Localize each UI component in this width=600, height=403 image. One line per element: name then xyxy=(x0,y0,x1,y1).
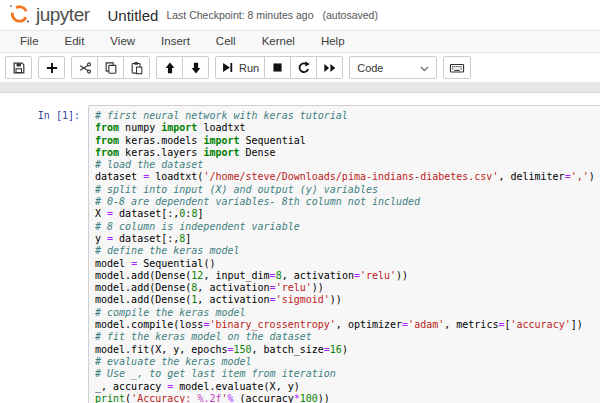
code-line: # define the keras model xyxy=(95,245,595,257)
checkpoint-status: Last Checkpoint: 8 minutes ago xyxy=(166,9,313,21)
code-line: # 0-8 are dependent variables- 8th colum… xyxy=(95,196,595,208)
code-line: model.add(Dense(8, activation='relu')) xyxy=(95,282,595,294)
code-line: from numpy import loadtxt xyxy=(95,122,595,134)
code-line: # load the dataset xyxy=(95,159,595,171)
stop-icon xyxy=(271,61,284,74)
move-up-icon xyxy=(163,61,177,75)
code-line: _, accuracy = model.evaluate(X, y) xyxy=(95,381,595,393)
code-line: y = dataset[:,8] xyxy=(95,233,595,245)
fast-forward-icon xyxy=(323,61,337,75)
code-line: # fit the keras model on the dataset xyxy=(95,331,595,343)
menu-help[interactable]: Help xyxy=(308,31,358,52)
menu-edit[interactable]: Edit xyxy=(52,31,98,52)
code-line: dataset = loadtxt('/home/steve/Downloads… xyxy=(95,171,595,183)
code-line: # first neural network with keras tutori… xyxy=(95,110,595,122)
jupyter-logo-icon xyxy=(8,2,31,29)
cut-icon xyxy=(78,61,92,75)
menu-bar: File Edit View Insert Cell Kernel Help xyxy=(0,30,600,53)
copy-cell-button[interactable] xyxy=(97,56,124,79)
save-icon xyxy=(12,61,26,75)
run-cell-button[interactable]: Run xyxy=(215,56,265,79)
code-line: model = Sequential() xyxy=(95,258,595,270)
move-cell-up-button[interactable] xyxy=(156,56,183,79)
menu-cell[interactable]: Cell xyxy=(203,31,249,52)
menu-kernel[interactable]: Kernel xyxy=(249,31,308,52)
jupyter-logo-text: jupyter xyxy=(36,4,90,26)
code-line: # compile the keras model xyxy=(95,307,595,319)
cut-cell-button[interactable] xyxy=(71,56,98,79)
paste-icon xyxy=(130,61,144,75)
insert-cell-below-button[interactable] xyxy=(38,56,65,79)
move-cell-down-button[interactable] xyxy=(182,56,209,79)
restart-kernel-icon xyxy=(297,61,311,75)
notebook-title[interactable]: Untitled xyxy=(108,7,159,24)
run-icon xyxy=(221,61,234,74)
copy-icon xyxy=(104,61,118,75)
jupyter-logo[interactable]: jupyter xyxy=(8,2,90,29)
restart-run-all-button[interactable] xyxy=(316,56,343,79)
run-button-label: Run xyxy=(239,62,259,74)
code-line: print('Accuracy: %.2f'% (accuracy*100)) xyxy=(95,393,595,403)
input-prompt: In [1]: xyxy=(0,105,88,121)
code-line: from keras.models import Sequential xyxy=(95,135,595,147)
cell-type-select[interactable]: Code xyxy=(349,56,437,79)
code-line: model.compile(loss='binary_crossentropy'… xyxy=(95,319,595,331)
header-divider xyxy=(0,82,600,93)
add-cell-icon xyxy=(45,61,59,75)
command-palette-button[interactable] xyxy=(443,56,471,79)
restart-kernel-button[interactable] xyxy=(290,56,317,79)
cell-type-value: Code xyxy=(357,62,383,74)
paste-cell-button[interactable] xyxy=(123,56,150,79)
autosave-status: (autosaved) xyxy=(322,9,377,21)
menu-view[interactable]: View xyxy=(97,31,148,52)
code-line: X = dataset[:,0:8] xyxy=(95,208,595,220)
code-line: model.add(Dense(12, input_dim=8, activat… xyxy=(95,270,595,282)
toolbar: Run Code xyxy=(0,53,600,82)
code-line: # split into input (X) and output (y) va… xyxy=(95,184,595,196)
move-down-icon xyxy=(189,61,203,75)
menu-insert[interactable]: Insert xyxy=(148,31,203,52)
menu-file[interactable]: File xyxy=(7,31,52,52)
code-line: from keras.layers import Dense xyxy=(95,147,595,159)
code-line: # evaluate the keras model xyxy=(95,356,595,368)
code-line: model.add(Dense(1, activation='sigmoid')… xyxy=(95,294,595,306)
keyboard-icon xyxy=(449,61,465,75)
interrupt-kernel-button[interactable] xyxy=(264,56,291,79)
code-line: model.fit(X, y, epochs=150, batch_size=1… xyxy=(95,344,595,356)
code-cell: In [1]: # first neural network with kera… xyxy=(0,105,600,403)
notebook-header: jupyter Untitled Last Checkpoint: 8 minu… xyxy=(0,0,600,30)
save-button[interactable] xyxy=(5,56,32,79)
chevron-down-icon xyxy=(420,62,429,74)
notebook-area: In [1]: # first neural network with kera… xyxy=(0,93,600,403)
code-editor[interactable]: # first neural network with keras tutori… xyxy=(88,105,600,403)
code-line: # 8 column is independent variable xyxy=(95,221,595,233)
code-line: # Use _, to get last item from iteration xyxy=(95,368,595,380)
